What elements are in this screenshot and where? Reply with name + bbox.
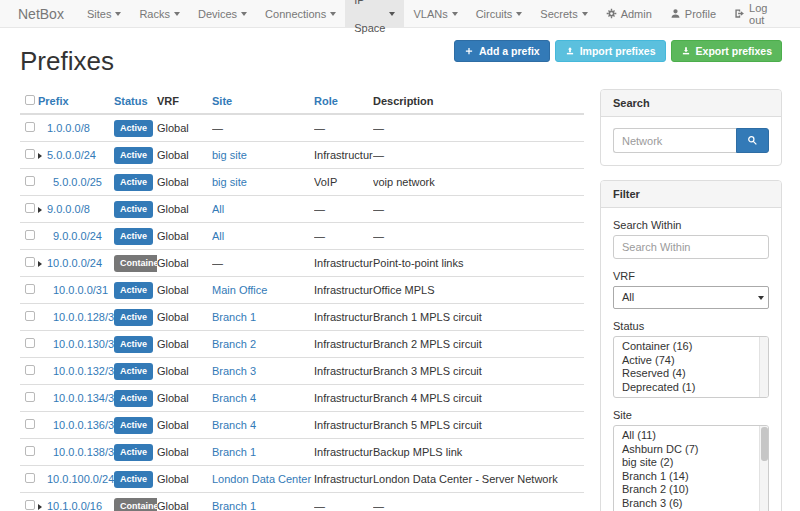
description-cell: —: [373, 196, 584, 223]
site-link[interactable]: All: [212, 230, 224, 242]
site-link[interactable]: Branch 1: [212, 446, 256, 458]
role-cell: —: [314, 493, 373, 511]
expand-arrow-icon: [38, 153, 42, 159]
table-row: 10.0.0.128/31ActiveGlobalBranch 1Infrast…: [20, 304, 584, 331]
column-header-role[interactable]: Role: [314, 89, 373, 114]
site-link[interactable]: Branch 4: [212, 419, 256, 431]
nav-item-racks[interactable]: Racks: [130, 0, 189, 27]
filter-select-vrf[interactable]: All: [613, 286, 769, 309]
row-checkbox[interactable]: [25, 311, 35, 321]
row-checkbox[interactable]: [25, 230, 35, 240]
row-checkbox[interactable]: [25, 149, 35, 159]
row-checkbox[interactable]: [25, 392, 35, 402]
prefix-link[interactable]: 10.0.0.0/24: [47, 257, 102, 269]
site-link[interactable]: London Data Center: [212, 473, 311, 485]
multiselect-option[interactable]: Branch 1 (14): [614, 470, 768, 484]
prefix-link[interactable]: 5.0.0.0/25: [53, 176, 102, 188]
user-nav-log-out[interactable]: Log out: [725, 0, 790, 27]
select-all-checkbox[interactable]: [25, 95, 35, 105]
prefix-link[interactable]: 10.0.0.138/31: [53, 446, 114, 458]
row-checkbox[interactable]: [25, 365, 35, 375]
nav-item-sites[interactable]: Sites: [78, 0, 130, 27]
site-link[interactable]: big site: [212, 149, 247, 161]
navbar: NetBox SitesRacksDevicesConnectionsIP Sp…: [0, 0, 800, 28]
filter-panel-title: Filter: [601, 181, 781, 208]
column-header-status[interactable]: Status: [114, 89, 157, 114]
scrollbar[interactable]: [759, 426, 768, 511]
prefix-link[interactable]: 10.0.0.136/31: [53, 419, 114, 431]
prefix-link[interactable]: 10.0.0.132/31: [53, 365, 114, 377]
row-checkbox[interactable]: [25, 500, 35, 510]
user-nav-profile[interactable]: Profile: [661, 0, 725, 27]
user-nav: AdminProfileLog out: [597, 0, 800, 27]
row-checkbox[interactable]: [25, 419, 35, 429]
multiselect-option[interactable]: Deprecated (1): [614, 381, 768, 395]
app-brand[interactable]: NetBox: [0, 0, 78, 27]
export-icon: [681, 46, 691, 56]
search-input[interactable]: [613, 128, 736, 153]
row-checkbox[interactable]: [25, 122, 35, 132]
column-header-site[interactable]: Site: [212, 89, 314, 114]
multiselect-option[interactable]: All (11): [614, 429, 768, 443]
role-cell: Infrastructure: [314, 277, 373, 304]
user-nav-admin[interactable]: Admin: [597, 0, 661, 27]
row-checkbox[interactable]: [25, 203, 35, 213]
scrollbar[interactable]: [759, 337, 768, 397]
status-badge: Active: [114, 174, 153, 191]
multiselect-option[interactable]: Container (16): [614, 340, 768, 354]
prefix-link[interactable]: 10.0.100.0/24: [47, 473, 114, 485]
prefix-link[interactable]: 10.0.0.0/31: [53, 284, 108, 296]
prefix-link[interactable]: 9.0.0.0/24: [53, 230, 102, 242]
site-link[interactable]: big site: [212, 176, 247, 188]
multiselect-option[interactable]: big site (2): [614, 456, 768, 470]
role-cell: Infrastructure: [314, 385, 373, 412]
nav-item-secrets[interactable]: Secrets: [531, 0, 596, 27]
prefix-link[interactable]: 10.1.0.0/16: [47, 500, 102, 511]
prefix-link[interactable]: 9.0.0.0/8: [47, 203, 90, 215]
site-link[interactable]: Branch 1: [212, 500, 256, 511]
multiselect-option[interactable]: Reserved (4): [614, 367, 768, 381]
gear-icon: [606, 8, 617, 19]
row-checkbox[interactable]: [25, 446, 35, 456]
search-button[interactable]: [736, 128, 769, 153]
scrollbar-thumb[interactable]: [761, 427, 768, 461]
row-checkbox[interactable]: [25, 284, 35, 294]
multiselect-option[interactable]: Active (74): [614, 354, 768, 368]
site-link[interactable]: Main Office: [212, 284, 267, 296]
nav-item-vlans[interactable]: VLANs: [404, 0, 466, 27]
prefix-link[interactable]: 10.0.0.134/31: [53, 392, 114, 404]
status-badge: Active: [114, 309, 153, 326]
export-prefixes-button[interactable]: Export prefixes: [671, 40, 782, 62]
multiselect-option[interactable]: Ashburn DC (7): [614, 443, 768, 457]
import-prefixes-button[interactable]: Import prefixes: [555, 40, 666, 62]
nav-item-circuits[interactable]: Circuits: [467, 0, 532, 27]
nav-item-label: IP Space: [354, 0, 385, 42]
prefix-link[interactable]: 1.0.0.0/8: [47, 122, 90, 134]
row-checkbox[interactable]: [25, 257, 35, 267]
site-link[interactable]: Branch 4: [212, 392, 256, 404]
prefix-link[interactable]: 10.0.0.128/31: [53, 311, 114, 323]
filter-input-search-within[interactable]: [613, 235, 769, 259]
add-prefix-button[interactable]: Add a prefix: [454, 40, 550, 62]
multiselect-option[interactable]: Branch 3 (6): [614, 497, 768, 511]
role-cell: Infrastructure: [314, 439, 373, 466]
site-link[interactable]: All: [212, 203, 224, 215]
nav-item-ip-space[interactable]: IP Space: [345, 0, 404, 27]
prefix-link[interactable]: 10.0.0.130/31: [53, 338, 114, 350]
site-link[interactable]: Branch 1: [212, 311, 256, 323]
site-link[interactable]: Branch 3: [212, 365, 256, 377]
table-row: 5.0.0.0/25ActiveGlobalbig siteVoIPvoip n…: [20, 169, 584, 196]
site-link[interactable]: Branch 2: [212, 338, 256, 350]
prefix-link[interactable]: 5.0.0.0/24: [47, 149, 96, 161]
row-checkbox[interactable]: [25, 338, 35, 348]
role-cell: Infrastructure: [314, 358, 373, 385]
multiselect-option[interactable]: Branch 2 (10): [614, 483, 768, 497]
nav-item-connections[interactable]: Connections: [256, 0, 345, 27]
status-badge: Active: [114, 201, 153, 218]
column-header-prefix[interactable]: Prefix: [38, 89, 114, 114]
table-row: 10.0.0.134/31ActiveGlobalBranch 4Infrast…: [20, 385, 584, 412]
row-checkbox[interactable]: [25, 176, 35, 186]
nav-item-devices[interactable]: Devices: [189, 0, 256, 27]
row-checkbox[interactable]: [25, 473, 35, 483]
status-badge: Active: [114, 363, 153, 380]
